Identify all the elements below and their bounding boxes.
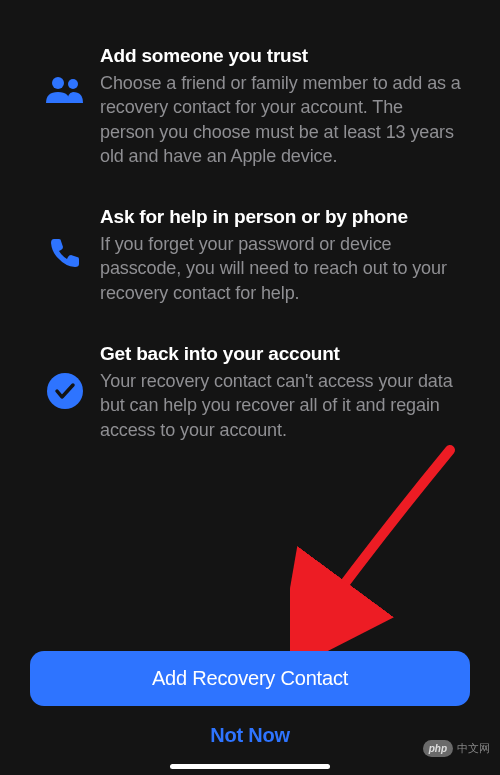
watermark-text: 中文网 — [457, 741, 490, 756]
home-indicator — [170, 764, 330, 769]
section-title: Ask for help in person or by phone — [100, 206, 462, 228]
add-recovery-contact-button[interactable]: Add Recovery Contact — [30, 651, 470, 706]
info-row-get-back: Get back into your account Your recovery… — [30, 343, 470, 442]
svg-point-0 — [52, 77, 64, 89]
section-title: Get back into your account — [100, 343, 462, 365]
section-desc: If you forget your password or device pa… — [100, 232, 462, 305]
arrow-annotation — [290, 445, 470, 659]
checkmark-circle-icon — [30, 343, 100, 409]
svg-point-1 — [68, 79, 78, 89]
info-row-ask-help: Ask for help in person or by phone If yo… — [30, 206, 470, 305]
not-now-button[interactable]: Not Now — [30, 706, 470, 757]
info-sections: Add someone you trust Choose a friend or… — [0, 0, 500, 442]
section-desc: Your recovery contact can't access your … — [100, 369, 462, 442]
people-icon — [30, 45, 100, 105]
info-row-trust: Add someone you trust Choose a friend or… — [30, 45, 470, 168]
section-desc: Choose a friend or family member to add … — [100, 71, 462, 168]
section-title: Add someone you trust — [100, 45, 462, 67]
phone-icon — [30, 206, 100, 270]
watermark-badge: php — [423, 740, 453, 757]
watermark: php 中文网 — [423, 740, 490, 757]
svg-point-2 — [47, 373, 83, 409]
